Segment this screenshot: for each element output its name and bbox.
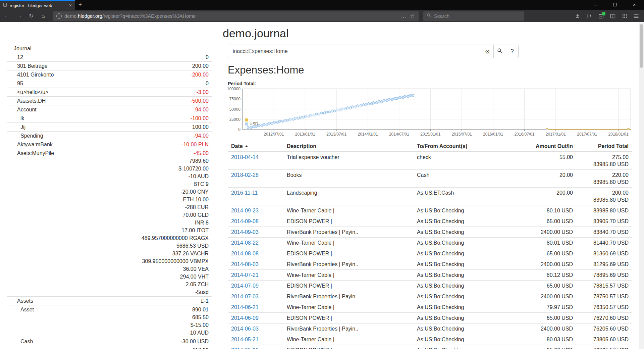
transaction-date-link[interactable]: 2014-08-08 (231, 251, 259, 256)
account-link[interactable]: Jij (7, 123, 192, 131)
back-icon[interactable]: ← (2, 11, 12, 21)
sidebar-account-row: Jij100.00 (7, 123, 212, 132)
forward-icon[interactable]: → (14, 11, 24, 21)
scrollbar-thumb[interactable] (640, 24, 643, 68)
extension-icon[interactable] (597, 12, 605, 20)
account-link[interactable]: lk (7, 114, 191, 122)
account-cell: As:US:Bo:Checking (414, 323, 520, 334)
register-row: 2014-09-08EDISON POWER |As:US:Bo:Checkin… (228, 216, 632, 227)
sidebar-title[interactable]: Journal (7, 45, 212, 52)
account-link[interactable]: 301 Beiträge (7, 62, 192, 70)
transaction-date-link[interactable]: 2016-11-11 (231, 190, 258, 196)
account-link[interactable]: 95 (7, 80, 206, 87)
account-balance: -3.00 (197, 88, 212, 96)
sidebar-account-row: Asset890.01685.50$-15.00-10 AUD (7, 305, 212, 337)
close-button[interactable]: × (625, 0, 644, 10)
balance-amount: -30.00 USD (180, 338, 209, 345)
bookmark-star-icon[interactable]: ☆ (410, 13, 415, 19)
account-link[interactable]: Spending (7, 132, 194, 140)
transaction-date-link[interactable]: 2018-02-28 (231, 172, 259, 178)
account-link[interactable]: Account (7, 106, 194, 113)
transaction-date-link[interactable]: 2014-06-21 (231, 304, 259, 310)
account-link[interactable]: Asset (7, 306, 189, 313)
maximize-button[interactable] (605, 0, 625, 10)
register-row: 2014-07-21Wine-Tarner Cable |As:US:Bo:Ch… (228, 270, 632, 281)
page-actions-icon[interactable]: … (400, 13, 407, 19)
period-total-cell: 275.0083985.80 USD (576, 152, 632, 170)
account-link[interactable]: Asets:MunyPile (7, 149, 142, 157)
search-icon (497, 48, 502, 55)
transaction-date-link[interactable]: 2014-09-08 (231, 218, 259, 224)
transaction-date-link[interactable]: 2014-06-09 (231, 315, 259, 321)
grid-icon[interactable] (620, 12, 629, 20)
amount-cell: 80.01 USD (520, 238, 576, 248)
register-row: 2014-06-03RiverBank Properties | Payin..… (228, 323, 632, 334)
account-balance: -45.007989.60$-100720.00-10 AUDBTC 9-20.… (142, 149, 212, 296)
new-tab-button[interactable]: + (75, 0, 85, 10)
page-scrollbar[interactable] (639, 22, 644, 349)
column-header-date[interactable]: Date (228, 141, 283, 152)
url-bar[interactable]: i demo.hledger.org/register?q=inacct%3AE… (53, 11, 419, 21)
transaction-date-link[interactable]: 2014-08-22 (231, 240, 259, 246)
reload-icon[interactable]: ↻ (26, 11, 36, 21)
menu-icon[interactable] (632, 12, 641, 20)
browser-tab[interactable]: register - hledger-web × (0, 0, 75, 10)
minimize-button[interactable]: – (586, 0, 605, 10)
account-link[interactable]: Cash (7, 338, 180, 345)
transaction-date-link[interactable]: 2014-09-03 (231, 229, 259, 235)
account-link[interactable]: Aktywa:mBank (7, 141, 181, 148)
account-link[interactable]: Assets (7, 297, 201, 305)
balance-amount: 294.00 VHT (142, 273, 209, 281)
navigation-toolbar: ← → ↻ ⌂ i demo.hledger.org/register?q=in… (0, 10, 644, 22)
transaction-date-link[interactable]: 2014-05-21 (231, 337, 259, 342)
sidebar-toggle-icon[interactable] (608, 12, 617, 20)
transaction-date-link[interactable]: 2014-07-21 (231, 272, 259, 278)
account-cell: As:US:ET:Cash (414, 188, 520, 205)
svg-text:2016/01/01: 2016/01/01 (483, 132, 503, 137)
period-total-cell: 81295.69 USD (576, 259, 632, 270)
account-balance: -117.00 (191, 346, 212, 349)
register-row: 2018-02-28BooksCash20.00220.0083985.80 U… (228, 170, 632, 188)
balance-amount: -200.00 (191, 71, 209, 79)
download-icon[interactable] (573, 12, 582, 20)
balance-amount: -10.00 PLN (181, 141, 209, 148)
transaction-date-link[interactable]: 2014-07-03 (231, 294, 259, 299)
transaction-date-link[interactable]: 2018-04-14 (231, 154, 259, 160)
svg-text:100000: 100000 (227, 87, 240, 91)
tab-close-icon[interactable]: × (68, 3, 72, 8)
site-info-icon[interactable]: i (56, 13, 62, 19)
transaction-date-link[interactable]: 2014-08-03 (231, 261, 259, 267)
account-link[interactable]: <u>hello</u> (7, 88, 197, 96)
balance-amount: 7989.60 (142, 157, 209, 165)
period-total-amount: 78815.57 USD (580, 282, 629, 289)
help-button[interactable]: ? (506, 45, 519, 58)
tab-title: register - hledger-web (10, 3, 66, 8)
browser-search-bar[interactable]: Search (423, 11, 524, 21)
home-icon[interactable]: ⌂ (38, 11, 48, 21)
description-cell: RiverBank Properties | Payin.. (283, 259, 414, 270)
register-row: 2014-08-08EDISON POWER |As:US:Bo:Checkin… (228, 248, 632, 259)
account-cell: Cash (414, 170, 520, 188)
transaction-date-link[interactable]: 2014-06-03 (231, 326, 259, 332)
register-header-row: DateDescriptionTo/From Account(s)Amount … (228, 141, 632, 152)
account-link[interactable]: 12 (7, 53, 206, 61)
transaction-date-link[interactable]: 2014-09-23 (231, 208, 259, 213)
account-balance: 0 (206, 53, 212, 61)
library-icon[interactable] (585, 12, 594, 20)
clear-query-button[interactable]: ⊗ (481, 45, 494, 58)
tab-bar: register - hledger-web × + – × (0, 0, 644, 10)
period-total-amount: 220.00 (580, 171, 629, 179)
sidebar-account-list: 120301 Beiträge200.004101 Girokonto-200.… (7, 53, 212, 349)
period-total-cell: 81440.70 USD (576, 238, 632, 248)
transaction-date-link[interactable]: 2014-05-08 (231, 347, 259, 349)
amount-cell: 65.00 USD (520, 313, 576, 323)
account-balance: -500.00 (191, 97, 212, 105)
sidebar-account-row: 4101 Girokonto-200.00 (7, 70, 212, 79)
account-link[interactable]: Aaasets:DH (7, 97, 191, 105)
transaction-date-link[interactable]: 2014-07-09 (231, 283, 259, 289)
account-link[interactable]: 4101 Girokonto (7, 71, 191, 79)
svg-text:50000: 50000 (229, 107, 241, 112)
search-button[interactable] (493, 45, 506, 58)
description-cell: Wine-Tarner Cable | (283, 334, 414, 345)
query-input[interactable] (228, 45, 481, 58)
